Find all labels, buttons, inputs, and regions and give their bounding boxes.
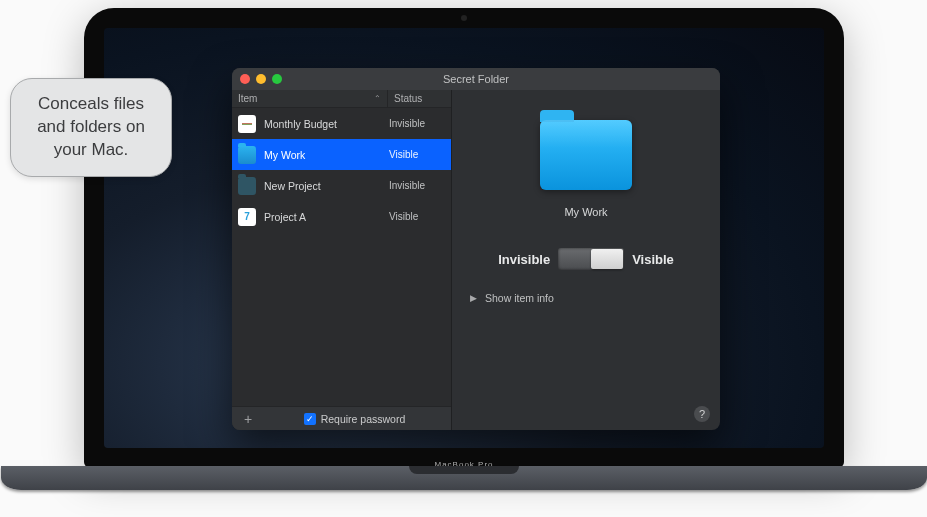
folder-icon	[238, 146, 256, 164]
disclosure-triangle-icon: ▶	[470, 293, 477, 303]
app-body: Item ⌃ Status Monthly Budget Inv	[232, 90, 720, 430]
toggle-knob	[591, 249, 623, 269]
preview-folder-icon	[540, 120, 632, 190]
spreadsheet-icon	[238, 115, 256, 133]
table-row[interactable]: New Project Invisible	[232, 170, 451, 201]
detail-panel: My Work Invisible Visible ▶ Show item in…	[452, 90, 720, 430]
column-header-item[interactable]: Item ⌃	[232, 90, 387, 107]
close-icon[interactable]	[240, 74, 250, 84]
list-footer: + ✓ Require password	[232, 406, 451, 430]
row-name: New Project	[264, 180, 381, 192]
require-password-label: Require password	[321, 413, 406, 425]
laptop-base	[1, 466, 927, 490]
window-controls	[240, 74, 282, 84]
table-header: Item ⌃ Status	[232, 90, 451, 108]
help-icon: ?	[699, 408, 705, 420]
row-status: Visible	[389, 149, 445, 160]
row-name: Project A	[264, 211, 381, 223]
folder-icon	[238, 177, 256, 195]
column-header-item-label: Item	[238, 93, 257, 104]
titlebar[interactable]: Secret Folder	[232, 68, 720, 90]
desktop-wallpaper: Secret Folder Item ⌃ Status	[104, 28, 824, 448]
toggle-left-label: Invisible	[498, 252, 550, 267]
column-header-status-label: Status	[394, 93, 422, 104]
visibility-toggle-row: Invisible Visible	[498, 248, 674, 270]
row-name: Monthly Budget	[264, 118, 381, 130]
row-status: Invisible	[389, 180, 445, 191]
laptop-frame: Secret Folder Item ⌃ Status	[84, 8, 844, 508]
row-status: Visible	[389, 211, 445, 222]
camera-dot	[461, 15, 467, 21]
toggle-right-label: Visible	[632, 252, 674, 267]
add-item-button[interactable]: +	[240, 411, 256, 427]
plus-icon: +	[244, 411, 252, 427]
show-item-info-label: Show item info	[485, 292, 554, 304]
minimize-icon[interactable]	[256, 74, 266, 84]
help-button[interactable]: ?	[694, 406, 710, 422]
screen-bezel: Secret Folder Item ⌃ Status	[84, 8, 844, 468]
table-body: Monthly Budget Invisible My Work Visible…	[232, 108, 451, 406]
zoom-icon[interactable]	[272, 74, 282, 84]
row-name: My Work	[264, 149, 381, 161]
row-status: Invisible	[389, 118, 445, 129]
window-title: Secret Folder	[232, 73, 720, 85]
app-window: Secret Folder Item ⌃ Status	[232, 68, 720, 430]
sort-caret-icon: ⌃	[374, 94, 381, 103]
promo-callout: Conceals files and folders on your Mac.	[10, 78, 172, 177]
table-row[interactable]: My Work Visible	[232, 139, 451, 170]
trackpad-notch	[409, 466, 519, 474]
table-row[interactable]: Monthly Budget Invisible	[232, 108, 451, 139]
item-list-panel: Item ⌃ Status Monthly Budget Inv	[232, 90, 452, 430]
show-item-info-row[interactable]: ▶ Show item info	[470, 292, 554, 304]
promo-callout-text: Conceals files and folders on your Mac.	[37, 94, 145, 159]
table-row[interactable]: 7 Project A Visible	[232, 201, 451, 232]
document-icon: 7	[238, 208, 256, 226]
column-header-status[interactable]: Status	[387, 90, 451, 107]
require-password-option[interactable]: ✓ Require password	[304, 413, 406, 425]
visibility-toggle[interactable]	[558, 248, 624, 270]
checkbox-icon[interactable]: ✓	[304, 413, 316, 425]
preview-item-name: My Work	[564, 206, 607, 218]
